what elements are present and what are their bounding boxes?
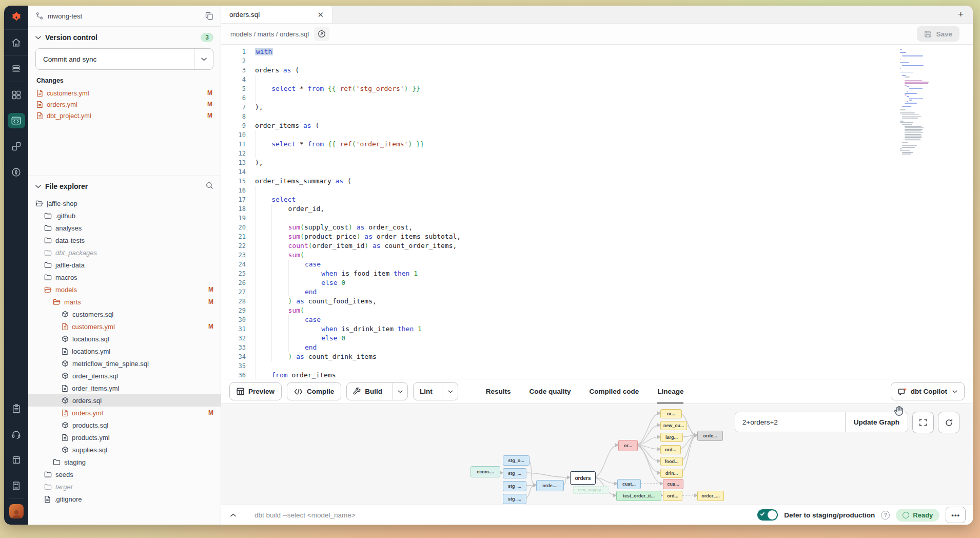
tree-item-orders-sql[interactable]: orders.sql — [28, 394, 221, 407]
tree-item-locations-sql[interactable]: locations.sql — [28, 333, 221, 345]
code-line[interactable]: 34) as count_drink_items — [221, 352, 973, 361]
lineage-node-y2[interactable]: new_cu... — [660, 421, 687, 430]
lineage-node-grey1[interactable]: orde... — [697, 431, 723, 441]
expand-command-bar-icon[interactable] — [221, 505, 245, 525]
tree-item-customers-yml[interactable]: customers.ymlM — [28, 320, 221, 333]
lineage-selector-input[interactable] — [735, 412, 845, 432]
lineage-node-orpink[interactable]: or... — [618, 440, 638, 451]
tree-item--gitignore[interactable]: .gitignore — [28, 493, 221, 505]
support-headset-icon[interactable] — [4, 421, 28, 447]
tree-item-staging[interactable]: staging — [28, 456, 221, 468]
tree-item-marts[interactable]: martsM — [28, 296, 221, 308]
tree-item-products-sql[interactable]: products.sql — [28, 419, 221, 431]
lineage-node-ghost[interactable]: test_supply... — [573, 486, 609, 494]
user-avatar[interactable] — [9, 504, 24, 518]
lineage-node-yfar[interactable]: order_... — [697, 491, 724, 501]
home-icon[interactable] — [4, 30, 28, 55]
code-line[interactable]: 16 — [221, 186, 973, 195]
code-line[interactable]: 9order_items as ( — [221, 121, 973, 130]
code-line[interactable]: 10 — [221, 130, 973, 140]
tree-item-data-tests[interactable]: data-tests — [28, 234, 221, 246]
commit-and-sync-button[interactable]: Commit and sync — [35, 48, 213, 70]
tree-item-orders-yml[interactable]: orders.ymlM — [28, 407, 221, 419]
code-line[interactable]: 33end — [221, 343, 973, 352]
build-options-caret[interactable] — [393, 383, 407, 400]
dbt-copilot-button[interactable]: dbt Copilot — [891, 382, 965, 400]
tab-lineage[interactable]: Lineage — [657, 379, 683, 404]
code-line[interactable]: 32else 0 — [221, 334, 973, 343]
file-explorer-header[interactable]: File explorer — [28, 176, 221, 194]
environments-icon[interactable] — [4, 56, 28, 82]
tree-item-jaffle-shop[interactable]: jaffle-shop — [28, 197, 221, 209]
code-line[interactable]: 36from order_items — [221, 371, 973, 379]
code-line[interactable]: 27end — [221, 287, 973, 297]
code-line[interactable]: 12 — [221, 149, 973, 158]
lineage-node-stg3[interactable]: stg_... — [503, 481, 526, 491]
new-tab-button[interactable]: + — [949, 9, 973, 20]
lineage-node-y6[interactable]: drin... — [660, 469, 683, 478]
code-line[interactable]: 18order_id, — [221, 204, 973, 214]
defer-toggle[interactable] — [757, 509, 778, 521]
code-line[interactable]: 20sum(supply_cost) as order_cost, — [221, 223, 973, 232]
lineage-node-orde1[interactable]: orde.... — [536, 480, 564, 491]
more-options-button[interactable]: ••• — [946, 507, 966, 523]
dbt-logo[interactable] — [4, 6, 28, 30]
changed-file-row[interactable]: customers.ymlM — [28, 87, 221, 99]
code-line[interactable]: 28) as count_food_items, — [221, 297, 973, 306]
version-control-header[interactable]: Version control 3 — [28, 27, 221, 46]
code-line[interactable]: 8 — [221, 112, 973, 121]
lineage-node-y1[interactable]: or... — [660, 409, 682, 418]
commit-options-caret[interactable] — [194, 49, 213, 69]
close-tab-icon[interactable]: ✕ — [315, 10, 326, 20]
code-line[interactable]: 6 — [221, 93, 973, 103]
tree-item-metricflow-time-spine-sql[interactable]: metricflow_time_spine.sql — [28, 357, 221, 370]
lineage-node-stg4[interactable]: stg_... — [503, 494, 526, 504]
tree-item-order-items-sql[interactable]: order_items.sql — [28, 370, 221, 382]
code-line[interactable]: 15order_items_summary as ( — [221, 177, 973, 186]
tree-item-models[interactable]: modelsM — [28, 283, 221, 296]
preview-button[interactable]: Preview — [229, 382, 282, 400]
tree-item-supplies-sql[interactable]: supplies.sql — [28, 444, 221, 456]
code-line[interactable]: 1with — [221, 47, 973, 56]
integrations-icon[interactable] — [4, 133, 28, 159]
tree-item-seeds[interactable]: seeds — [28, 468, 221, 481]
tree-item-customers-sql[interactable]: customers.sql — [28, 308, 221, 320]
code-line[interactable]: 19 — [221, 214, 973, 223]
shortcuts-icon[interactable] — [4, 473, 28, 498]
lineage-node-testord[interactable]: test_order_it... — [616, 491, 661, 501]
update-graph-button[interactable]: Update Graph — [845, 412, 908, 432]
search-icon[interactable] — [206, 182, 213, 191]
code-line[interactable]: 2 — [221, 56, 973, 66]
code-line[interactable]: 35 — [221, 361, 973, 371]
fullscreen-icon[interactable] — [912, 412, 934, 433]
lineage-node-stg1[interactable]: stg_o... — [503, 455, 530, 466]
tree-item--github[interactable]: .github — [28, 209, 221, 222]
help-icon[interactable]: ? — [881, 511, 890, 520]
code-line[interactable]: 31when is_drink_item then 1 — [221, 324, 973, 334]
code-line[interactable]: 13), — [221, 158, 973, 167]
lineage-node-y4[interactable]: ord... — [660, 445, 681, 454]
save-button[interactable]: Save — [917, 26, 959, 42]
code-line[interactable]: 4 — [221, 75, 973, 84]
lineage-node-y7[interactable]: ord... — [663, 491, 682, 501]
apps-grid-icon[interactable] — [4, 82, 28, 108]
code-line[interactable]: 17select — [221, 195, 973, 204]
minimap[interactable] — [900, 49, 932, 155]
refresh-icon[interactable] — [938, 412, 959, 433]
tree-item-target[interactable]: target — [28, 481, 221, 493]
lineage-node-y3[interactable]: larg... — [660, 433, 683, 442]
code-line[interactable]: 26else 0 — [221, 278, 973, 287]
lineage-node-cuspink[interactable]: cus... — [663, 479, 683, 489]
code-line[interactable]: 25when is_food_item then 1 — [221, 269, 973, 278]
code-line[interactable]: 11select * from {{ ref('order_items') }} — [221, 140, 973, 149]
code-line[interactable]: 21sum(product_price) as order_items_subt… — [221, 232, 973, 241]
lint-options-caret[interactable] — [443, 383, 458, 400]
docs-icon[interactable] — [4, 447, 28, 473]
lineage-node-orders[interactable]: orders — [570, 471, 596, 485]
tree-item-dbt-packages[interactable]: dbt_packages — [28, 246, 221, 259]
notes-icon[interactable] — [4, 396, 28, 421]
lineage-node-cust[interactable]: cust... — [617, 479, 641, 489]
code-line[interactable]: 30case — [221, 315, 973, 324]
code-line[interactable]: 22count(order_item_id) as count_order_it… — [221, 241, 973, 251]
code-line[interactable]: 23sum( — [221, 251, 973, 260]
